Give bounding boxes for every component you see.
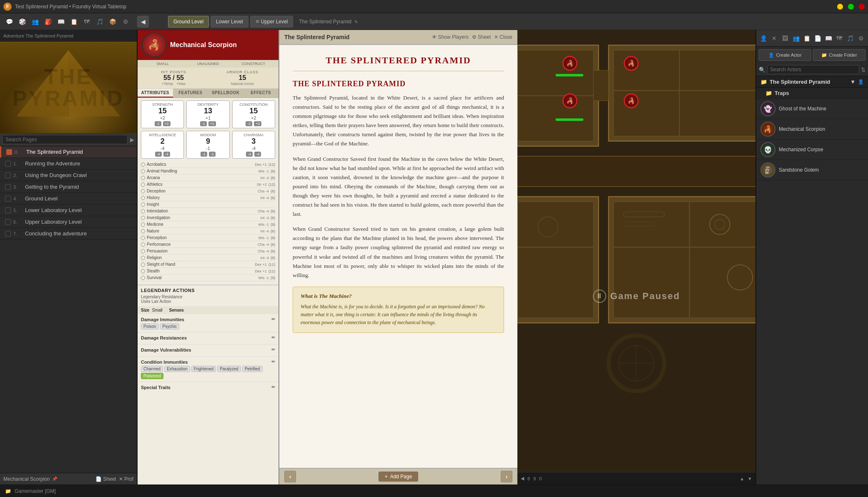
journal-next-btn[interactable]: › xyxy=(501,471,512,482)
char-tab-spellbook[interactable]: Spellbook xyxy=(208,89,243,97)
page-checkbox-4 xyxy=(5,196,11,202)
actors-user-icon[interactable]: 👤 xyxy=(759,32,768,44)
create-folder-btn[interactable]: 📁 Create Folder xyxy=(813,49,865,61)
char-tab-features[interactable]: Features xyxy=(173,89,208,97)
actors-sheet-icon[interactable]: 📄 xyxy=(813,32,822,44)
damage-immunities-edit[interactable]: ✏ xyxy=(271,317,275,322)
condition-immunities-tags: Charmed Exhaustion Frightened Paralyzed … xyxy=(141,366,275,372)
actors-config-icon[interactable]: 👥 xyxy=(791,32,800,44)
tag-frightened: Frightened xyxy=(191,366,216,372)
page-item-7[interactable]: 7. Concluding the adventure xyxy=(0,228,137,240)
sheet-btn[interactable]: ⚙ Sheet xyxy=(472,34,491,40)
toolbar-journal-icon[interactable]: 📖 xyxy=(55,16,67,27)
size-senses-bar: Size Small Senses xyxy=(138,306,278,314)
actors-music-icon[interactable]: 🎵 xyxy=(845,32,855,44)
page-item-4[interactable]: 4. Ground Level xyxy=(0,193,137,205)
char-header: 🦂 Mechanical Scorpion xyxy=(138,30,278,60)
toolbar-list-icon[interactable]: 👥 xyxy=(29,16,41,27)
pages-collapse-icon[interactable]: ▶ xyxy=(130,137,134,143)
toolbar-table-icon[interactable]: 📋 xyxy=(68,16,80,27)
sheet-icon: 📄 xyxy=(95,476,102,482)
int-mod-minus[interactable]: -4 xyxy=(155,152,162,157)
nav-back-btn[interactable]: ◀ xyxy=(137,16,149,27)
page-item-0[interactable]: 0. The Splintered Pyramid xyxy=(0,146,137,158)
page-item-2[interactable]: 2. Using the Dungeon Crawl xyxy=(0,170,137,181)
create-actor-btn[interactable]: 👤 Create Actor xyxy=(759,49,811,61)
actors-search-input[interactable] xyxy=(767,65,859,74)
char-tab-effects[interactable]: Effects xyxy=(243,89,279,97)
tab-upper-level[interactable]: ⚙ Upper Level xyxy=(250,16,294,27)
toolbar-settings-icon[interactable]: ⚙ xyxy=(120,16,131,27)
toolbar-map-icon[interactable]: 🗺 xyxy=(81,16,93,27)
page-item-6[interactable]: 6. Upper Laboratory Level xyxy=(0,216,137,228)
pages-search-input[interactable] xyxy=(3,135,128,144)
actor-item-golem[interactable]: 🗿 Sandstone Golem xyxy=(756,160,868,180)
actors-journal-icon[interactable]: 📖 xyxy=(824,32,833,44)
breadcrumb-text: Adventure The Splintered Pyramid xyxy=(3,33,73,38)
damage-resistances-edit[interactable]: ✏ xyxy=(271,335,275,340)
page-item-5[interactable]: 5. Lower Laboratory Level xyxy=(0,205,137,216)
con-mod-minus[interactable]: -2 xyxy=(246,121,252,126)
tab-lower-level[interactable]: Lower Level xyxy=(211,16,248,27)
folder-status-icon: 📁 xyxy=(5,488,11,494)
char-sheet-panel: 🦂 Mechanical Scorpion SMALL UNALIGNED CO… xyxy=(138,30,279,485)
toolbar-chat-icon[interactable]: 💬 xyxy=(3,16,15,27)
int-mod-plus[interactable]: -4 xyxy=(163,152,170,157)
maximize-btn[interactable] xyxy=(848,4,854,10)
char-hp-ac-bar: Hit Points 55 / 55 +Temp +Max Armor Clas… xyxy=(138,67,278,89)
actors-token-icon[interactable]: 📋 xyxy=(802,32,811,44)
char-tab-attributes[interactable]: Attributes xyxy=(138,89,173,97)
actor-item-scorpion[interactable]: 🦂 Mechanical Scorpion xyxy=(756,119,868,140)
add-page-btn[interactable]: + Add Page xyxy=(379,472,419,482)
toolbar: 💬 🎲 👥 🎒 📖 📋 🗺 🎵 📦 ⚙ ◀ Ground Level Lower… xyxy=(0,13,868,30)
wis-mod-plus[interactable]: -1 xyxy=(209,152,216,157)
toolbar-items-icon[interactable]: 🎒 xyxy=(42,16,54,27)
coord-nav-left[interactable]: ◀ xyxy=(521,476,524,481)
traps-folder[interactable]: 📁 Traps xyxy=(756,88,868,99)
actor-item-corpse[interactable]: 💀 Mechanized Corpse xyxy=(756,140,868,160)
dex-mod-plus[interactable]: +1 xyxy=(208,121,216,126)
tab-ground-level[interactable]: Ground Level xyxy=(168,16,209,27)
actors-settings-icon[interactable]: ⚙ xyxy=(856,32,865,44)
actors-map-icon[interactable]: 🗺 xyxy=(835,32,844,44)
journal-close-btn[interactable]: ✕ Close xyxy=(494,34,512,40)
damage-vulnerabilities-edit[interactable]: ✏ xyxy=(271,347,275,352)
coord-x: 8 xyxy=(527,476,530,481)
page-item-1[interactable]: 1. Running the Adventure xyxy=(0,158,137,170)
str-mod-minus[interactable]: -2 xyxy=(155,121,161,126)
cha-mod-minus[interactable]: -4 xyxy=(246,152,253,157)
actor-item-ghost[interactable]: 👻 Ghost of the Machine xyxy=(756,99,868,119)
title-bar: F Test Splintered Pyramid • Foundry Virt… xyxy=(0,0,868,13)
str-mod-plus[interactable]: +2 xyxy=(163,121,171,126)
journal-prev-btn[interactable]: ‹ xyxy=(284,471,296,482)
show-players-btn[interactable]: 👁 Show Players xyxy=(432,34,469,40)
char-sheet-btn[interactable]: 📄 Sheet xyxy=(95,476,116,482)
coord-nav-down[interactable]: ▼ xyxy=(748,476,752,481)
svg-rect-26 xyxy=(614,202,755,318)
folder-user-icon[interactable]: 👤 xyxy=(858,79,864,85)
special-traits-edit[interactable]: ✏ xyxy=(271,385,275,390)
ac-label: Armor Class xyxy=(210,70,275,74)
toolbar-compress-icon[interactable]: 📦 xyxy=(107,16,118,27)
wis-mod-minus[interactable]: -1 xyxy=(201,152,207,157)
toolbar-dice-icon[interactable]: 🎲 xyxy=(16,16,28,27)
char-prof-btn[interactable]: ✕ Prof xyxy=(119,476,133,482)
actors-sort-icon[interactable]: ⇅ xyxy=(861,67,865,73)
cha-mod-plus[interactable]: -4 xyxy=(254,152,261,157)
dex-mod-minus[interactable]: -1 xyxy=(200,121,207,126)
con-mod-plus[interactable]: +2 xyxy=(254,121,261,126)
coord-nav-up[interactable]: ▲ xyxy=(740,476,744,481)
map-coords-bar: ◀ 8 9 0 ▲ ▼ xyxy=(517,472,755,485)
close-btn[interactable] xyxy=(859,4,865,10)
map-area[interactable]: 🦂 🦂 🦂 🦂 ⏸ Game Paused ◀ 8 9 0 xyxy=(517,30,755,485)
actors-chat-icon[interactable]: ✕ xyxy=(770,32,779,44)
minimize-btn[interactable] xyxy=(837,4,843,10)
ability-cha: Charisma 3 -4 -4 -4 xyxy=(232,131,275,159)
actors-header-buttons: 👤 Create Actor 📁 Create Folder xyxy=(756,47,868,63)
actors-image-icon[interactable]: 🖼 xyxy=(780,32,790,44)
toolbar-music-icon[interactable]: 🎵 xyxy=(94,16,105,27)
page-item-3[interactable]: 3. Getting to the Pyramid xyxy=(0,181,137,193)
actors-folder-splintered-pyramid[interactable]: 📁 The Splintered Pyramid ▼ 👤 xyxy=(756,76,868,88)
size-label: Size xyxy=(141,308,149,312)
condition-immunities-edit[interactable]: ✏ xyxy=(271,359,275,365)
